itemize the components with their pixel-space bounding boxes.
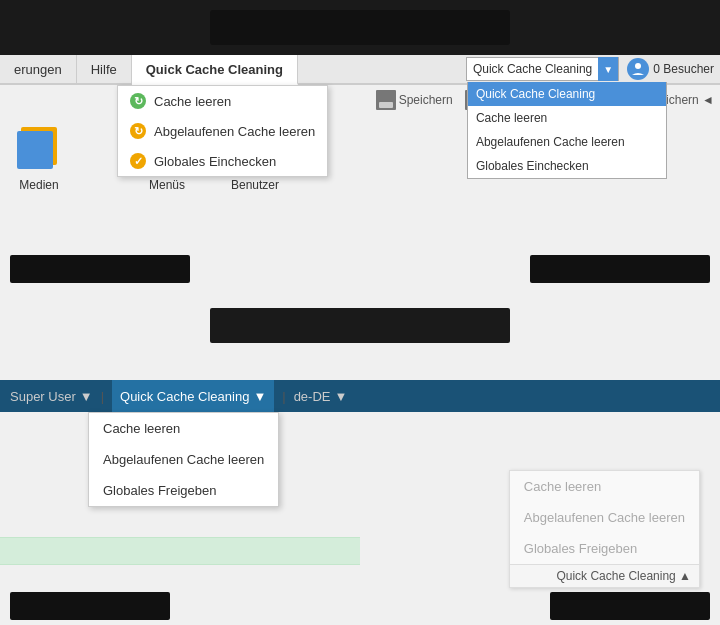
menu-bar: erungen Hilfe Quick Cache Cleaning Quick…: [0, 55, 720, 85]
dropdown-item-abgelaufenen[interactable]: ↻ Abgelaufenen Cache leeren: [118, 116, 327, 146]
select-option-acl[interactable]: Abgelaufenen Cache leeren: [468, 130, 666, 154]
toolbar-de-de[interactable]: de-DE ▼: [294, 389, 348, 404]
medien-icon: [15, 125, 63, 173]
bottom-left-globales[interactable]: Globales Freigeben: [89, 475, 278, 506]
green-bar: [0, 537, 360, 565]
menu-item-erungen[interactable]: erungen: [0, 55, 77, 83]
check-icon: ✓: [130, 153, 146, 169]
top-bar-redacted: [210, 10, 510, 45]
select-option-cl[interactable]: Cache leeren: [468, 106, 666, 130]
redacted-bottom-left: [10, 592, 170, 620]
save-icon: [376, 90, 396, 110]
redacted-block-2: [530, 255, 710, 283]
icon-medien[interactable]: Medien: [15, 125, 63, 192]
toolbar-separator-2: |: [282, 389, 285, 404]
toolbar-separator-1: |: [101, 389, 104, 404]
bottom-right-cache-leeren: Cache leeren: [510, 471, 699, 502]
refresh-orange-icon: ↻: [130, 123, 146, 139]
menu-item-hilfe[interactable]: Hilfe: [77, 55, 132, 83]
dropdown-item-globales[interactable]: ✓ Globales Einchecken: [118, 146, 327, 176]
bottom-dropdown-right: Cache leeren Abgelaufenen Cache leeren G…: [509, 470, 700, 588]
user-icon: [631, 62, 645, 76]
bottom-right-globales: Globales Freigeben: [510, 533, 699, 564]
media-front: [17, 131, 53, 169]
select-arrow[interactable]: ▼: [598, 57, 618, 81]
svg-point-0: [635, 63, 641, 69]
bottom-toolbar: Super User ▼ | Quick Cache Cleaning ▼ | …: [0, 380, 720, 412]
speichern-button[interactable]: Speichern: [370, 90, 459, 110]
top-bar: [0, 0, 720, 55]
besucher-icon: [627, 58, 649, 80]
redacted-bottom-right: [550, 592, 710, 620]
menu-dropdown: ↻ Cache leeren ↻ Abgelaufenen Cache leer…: [117, 85, 328, 177]
select-option-ge[interactable]: Globales Einchecken: [468, 154, 666, 178]
bottom-right-footer: Quick Cache Cleaning ▲: [510, 564, 699, 587]
redacted-block-1: [10, 255, 190, 283]
toolbar-quick-cache[interactable]: Quick Cache Cleaning ▼: [112, 380, 274, 412]
quick-cache-arrow: ▼: [253, 389, 266, 404]
dropdown-item-cache-leeren[interactable]: ↻ Cache leeren: [118, 86, 327, 116]
select-option-qcc[interactable]: Quick Cache Cleaning: [468, 82, 666, 106]
media-stack: [17, 127, 61, 171]
toolbar-super-user[interactable]: Super User ▼: [10, 389, 93, 404]
bottom-dropdown-left: Cache leeren Abgelaufenen Cache leeren G…: [88, 412, 279, 507]
bottom-right-abgelaufenen: Abgelaufenen Cache leeren: [510, 502, 699, 533]
besucher-info: 0 Besucher: [627, 58, 714, 80]
select-options: Quick Cache Cleaning Cache leeren Abgela…: [467, 82, 667, 179]
de-de-arrow: ▼: [335, 389, 348, 404]
refresh-green-icon: ↻: [130, 93, 146, 109]
menu-item-quick-cache[interactable]: Quick Cache Cleaning: [132, 55, 298, 85]
super-user-arrow: ▼: [80, 389, 93, 404]
bottom-left-cache-leeren[interactable]: Cache leeren: [89, 413, 278, 444]
bottom-left-abgelaufenen[interactable]: Abgelaufenen Cache leeren: [89, 444, 278, 475]
quick-cache-select[interactable]: Quick Cache Cleaning ▼ Quick Cache Clean…: [466, 57, 619, 81]
mid-redacted-block: [210, 308, 510, 343]
